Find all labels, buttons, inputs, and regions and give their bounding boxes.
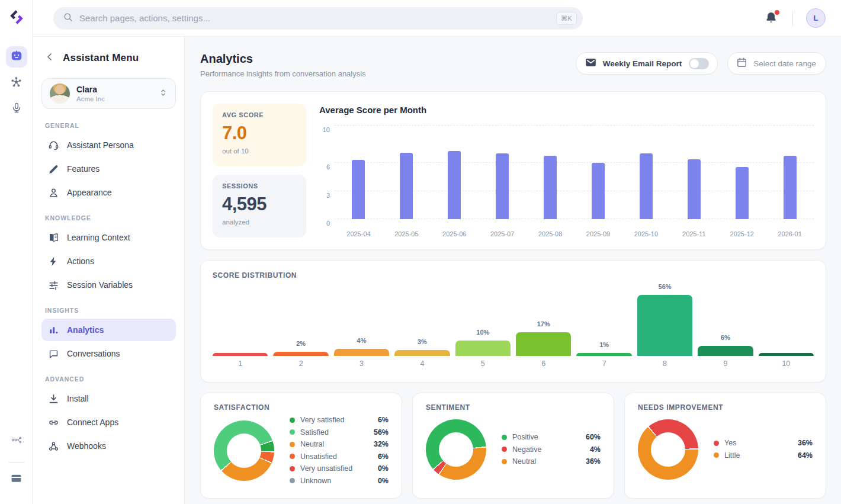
avatar-initial: L [814,14,818,23]
weekly-email-toggle[interactable] [689,58,709,69]
calendar-icon [736,57,747,70]
book-icon [47,232,59,243]
sidebar-item-webhooks[interactable]: Webhooks [41,435,176,457]
sidebar-item-actions[interactable]: Actions [41,250,176,272]
dist-bar-value-label: 10% [476,329,489,338]
legend-item: Very unsatisfied0% [290,463,389,475]
select-date-range-button[interactable]: Select date range [727,52,826,75]
app-logo-icon [8,8,25,26]
month-bar [448,151,461,219]
rail-flow-button[interactable] [6,430,27,451]
legend-value: 6% [367,452,389,461]
sidebar-item-install[interactable]: Install [41,387,176,410]
sidebar-item-label: Assistant Persona [67,140,134,150]
dist-bar-value-label: 2% [296,340,306,349]
sidebar-item-features[interactable]: Features [41,158,176,180]
rail-mic-button[interactable] [6,98,27,120]
x-tick-label: 2025-04 [335,230,383,237]
app-root: ⌘K L [0,0,841,504]
sidebar-item-analytics[interactable]: Analytics [41,319,176,341]
dist-x-tick-label: 9 [698,359,753,368]
search-box[interactable]: ⌘K [53,7,583,30]
month-bar [736,167,749,219]
user-avatar-button[interactable]: L [806,8,826,28]
overview-card: AVG SCORE 7.0 out of 10 SESSIONS 4,595 a… [200,91,826,250]
month-bar [544,156,557,219]
legend-value: 6% [367,416,389,424]
x-tick-label: 2025-05 [383,230,431,237]
notifications-button[interactable] [764,11,779,26]
legend-value: 0% [367,464,389,473]
dist-x-tick-label: 4 [394,359,450,368]
needs-improvement-card: NEEDS IMPROVEMENT Yes36%Little64% [624,393,826,499]
search-input[interactable] [79,13,556,23]
dist-bar [455,341,511,356]
weekly-email-report-label: Weekly Email Report [603,59,682,68]
sidebar-section-label: ADVANCED [45,375,176,383]
legend-item: Very satisfied6% [290,414,389,426]
sidebar-item-connect-apps[interactable]: Connect Apps [41,411,176,434]
legend-item: Negative4% [502,443,601,455]
sidebar-item-appearance[interactable]: Appearance [41,181,176,204]
sidebar-item-label: Conversations [67,349,120,358]
legend-item: Yes36% [714,437,813,450]
dist-bar-value-label: 17% [537,320,550,330]
dist-x-tick-label: 1 [213,359,268,368]
sidebar-item-assistant-persona[interactable]: Assistant Persona [41,134,176,156]
sidebar-item-conversations[interactable]: Conversations [41,342,176,365]
legend-label: Little [724,451,791,460]
sidebar-item-session-variables[interactable]: Session Variables [41,274,176,296]
legend-label: Very satisfied [300,416,367,424]
x-tick-label: 2025-08 [527,230,574,237]
legend-label: Negative [512,445,579,454]
dist-bar [273,352,328,356]
page-title: Analytics [200,52,366,66]
score-distribution-plot: 2%4%3%10%17%1%56%6% [213,283,814,356]
x-tick-label: 2025-12 [718,230,766,237]
download-icon [47,393,59,405]
sidebar-item-label: Features [67,164,99,174]
legend-dot-icon [290,466,295,471]
legend-dot-icon [714,441,719,446]
rail-nodes-button[interactable] [6,72,27,94]
dist-bar [334,349,389,356]
avg-score-sub: out of 10 [222,147,297,155]
legend-label: Neutral [512,457,579,466]
month-bar [496,153,509,219]
weekly-email-report-button[interactable]: Weekly Email Report [576,52,718,75]
rail-card-button[interactable] [6,468,27,490]
notification-dot [775,10,779,15]
avg-score-value: 7.0 [222,123,297,144]
legend-label: Neutral [300,440,367,448]
satisfaction-legend: Very satisfied6%Satisfied56%Neutral32%Un… [290,414,389,487]
legend-dot-icon [290,478,295,483]
legend-value: 64% [791,451,813,460]
satisfaction-donut [214,420,274,481]
score-distribution-card: SCORE DISTRIBUTION 2%4%3%10%17%1%56%6% 1… [200,260,826,383]
month-bar [592,163,605,219]
chevron-left-icon [44,52,55,65]
sliders-icon [47,279,59,291]
sidebar-item-learning-context[interactable]: Learning Context [41,226,176,249]
avg-score-stat: AVG SCORE 7.0 out of 10 [213,104,306,166]
month-bar [400,153,413,219]
search-shortcut-kbd: ⌘K [556,12,577,25]
dist-bar-value-label: 6% [721,334,730,344]
dist-x-tick-label: 2 [273,359,328,368]
dist-bar-value-label: 4% [357,337,367,346]
user-org: Acme Inc [76,95,158,103]
workspace-selector[interactable]: Clara Acme Inc [41,78,176,109]
back-button[interactable] [43,51,57,65]
card-icon [10,472,23,487]
rail-divider [8,462,25,463]
avg-score-month-chart: Average Score per Month 03610 2025-04202… [319,104,814,237]
pencil-icon [47,163,59,175]
dist-bar [698,346,753,356]
rail-bot-button[interactable] [6,46,27,68]
legend-label: Yes [724,439,791,447]
x-tick-label: 2026-01 [766,230,814,237]
select-date-range-label: Select date range [753,59,816,68]
legend-label: Unknown [300,477,367,485]
nodes-icon [10,76,23,91]
sidebar-item-label: Connect Apps [67,418,118,427]
